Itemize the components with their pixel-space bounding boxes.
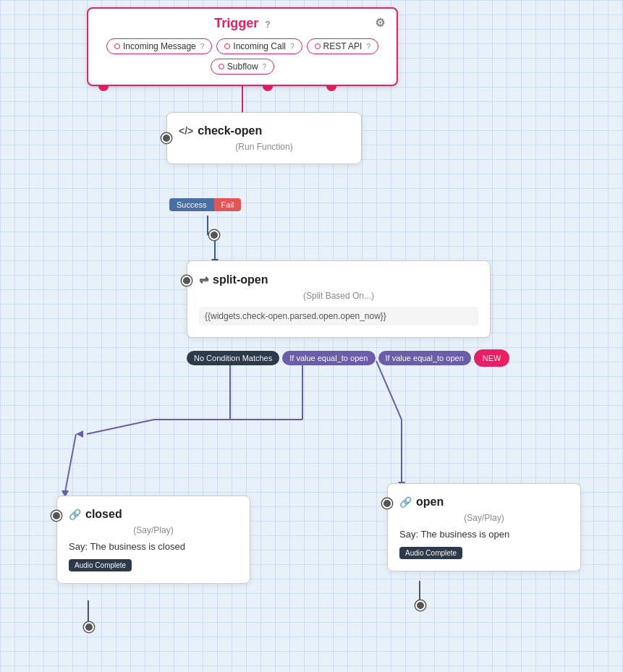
pill-rest-api[interactable]: REST API ?: [307, 38, 378, 54]
open-left-connector: [382, 498, 392, 509]
pill-help[interactable]: ?: [263, 63, 267, 71]
split-icon: ⇌: [199, 273, 208, 286]
pill-dot: [219, 64, 224, 69]
badge-equal-open-2[interactable]: If value equal_to open: [378, 351, 471, 365]
closed-say-text: Say: The business is closed: [69, 541, 238, 552]
split-open-subtext: (Split Based On...): [199, 291, 478, 301]
pill-label: REST API: [323, 41, 363, 51]
check-open-node: </> check-open (Run Function): [166, 112, 362, 164]
pill-incoming-call[interactable]: Incoming Call ?: [216, 38, 302, 54]
closed-audio-badge: Audio Complete: [69, 559, 132, 571]
link-icon-open: 🔗: [399, 496, 412, 508]
open-bottom-connector: [415, 600, 425, 611]
success-badge: Success: [169, 198, 214, 211]
split-expression: {{widgets.check-open.parsed.open.open_no…: [199, 307, 478, 326]
split-open-header: ⇌ split-open: [199, 273, 478, 286]
closed-title: closed: [85, 508, 122, 521]
link-icon-closed: 🔗: [69, 509, 81, 520]
open-subtext: (Say/Play): [399, 513, 569, 523]
pill-label: Subflow: [227, 61, 258, 72]
condition-badges: No Condition Matches If value equal_to o…: [187, 349, 509, 367]
code-icon: </>: [179, 125, 193, 137]
open-say-text: Say: The business is open: [399, 529, 569, 540]
pill-dot: [315, 43, 321, 49]
badge-equal-open-1[interactable]: If value equal_to open: [282, 351, 375, 365]
check-open-subtext: (Run Function): [179, 142, 349, 152]
closed-bottom-connector: [84, 622, 94, 632]
svg-marker-12: [76, 430, 83, 438]
split-open-title: split-open: [213, 273, 268, 286]
open-node: 🔗 open (Say/Play) Say: The business is o…: [387, 483, 581, 571]
badge-new[interactable]: NEW: [474, 349, 510, 367]
pill-label: Incoming Call: [233, 41, 286, 51]
svg-line-11: [87, 420, 154, 434]
outcome-badges: Success Fail: [169, 198, 241, 211]
open-title: open: [416, 496, 444, 509]
pill-subflow[interactable]: Subflow ?: [211, 59, 274, 75]
trigger-title-text: Trigger: [214, 16, 258, 30]
check-open-title: check-open: [198, 124, 262, 137]
svg-line-13: [65, 434, 76, 492]
closed-subtext: (Say/Play): [69, 525, 238, 535]
svg-line-15: [376, 361, 402, 420]
fail-badge: Fail: [214, 198, 242, 211]
closed-node: 🔗 closed (Say/Play) Say: The business is…: [56, 496, 250, 584]
closed-left-connector: [51, 511, 62, 521]
trigger-pills: Incoming Message ? Incoming Call ? REST …: [100, 38, 385, 75]
pill-incoming-message[interactable]: Incoming Message ?: [106, 38, 212, 54]
closed-header: 🔗 closed: [69, 508, 238, 521]
pill-help[interactable]: ?: [290, 43, 294, 51]
pill-label: Incoming Message: [123, 41, 196, 51]
trigger-node: Trigger ? ⚙ Incoming Message ? Incoming …: [87, 7, 398, 86]
trigger-help-icon[interactable]: ?: [265, 20, 270, 30]
badge-no-condition[interactable]: No Condition Matches: [187, 351, 279, 365]
check-open-left-connector: [161, 133, 171, 143]
split-open-left-connector: [182, 276, 192, 286]
pill-dot: [114, 43, 120, 49]
open-audio-badge: Audio Complete: [399, 547, 462, 559]
pill-dot: [224, 43, 230, 49]
trigger-title: Trigger ? ⚙: [100, 16, 385, 31]
pill-help[interactable]: ?: [200, 43, 205, 51]
pill-help[interactable]: ?: [366, 43, 370, 51]
split-open-node: ⇌ split-open (Split Based On...) {{widge…: [187, 260, 491, 338]
check-open-header: </> check-open: [179, 124, 349, 137]
gear-icon[interactable]: ⚙: [375, 16, 385, 30]
open-header: 🔗 open: [399, 496, 569, 509]
mid-connector-1: [209, 230, 219, 240]
